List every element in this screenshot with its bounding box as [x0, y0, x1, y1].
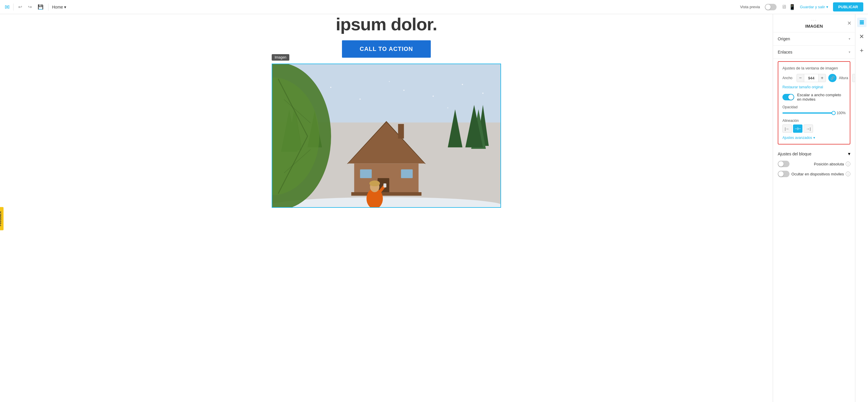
altura-group: − 630 +: [852, 74, 855, 82]
align-row: |← ⊣⊢ →|: [782, 124, 846, 133]
panel-header: ··· IMAGEN ✕: [773, 14, 855, 32]
page-selector[interactable]: Home ▾: [52, 5, 66, 9]
topbar-right: Vista previa 🖥 📱 Guardar y salir ▾ PUBLI…: [740, 2, 863, 11]
divider: [13, 3, 13, 10]
link-proportional-icon[interactable]: 🔗: [828, 74, 837, 82]
svg-point-29: [433, 96, 434, 97]
posicion-toggle[interactable]: [778, 161, 789, 167]
enlaces-label: Enlaces: [778, 50, 793, 54]
origen-header[interactable]: Origen ▾: [778, 36, 850, 41]
right-panel: ··· IMAGEN ✕ Origen ▾ Enlaces ▾ Ajustes …: [773, 14, 855, 402]
alignment-section: Alineación |← ⊣⊢ →|: [782, 119, 846, 133]
redo-button[interactable]: ↪: [27, 3, 33, 11]
svg-point-30: [462, 84, 463, 85]
mobile-icon[interactable]: 📱: [789, 4, 795, 10]
svg-point-34: [482, 93, 484, 94]
origen-label: Origen: [778, 36, 790, 41]
image-settings-title: Ajustes de la ventana de imagen: [782, 66, 846, 70]
ancho-group: − 944 +: [797, 74, 826, 82]
dimension-row: Ancho − 944 + 🔗 Altura − 630 +: [782, 74, 846, 82]
logo-icon: ✉: [5, 3, 10, 10]
feedback-tab[interactable]: Feedback: [0, 207, 3, 230]
opacity-slider-row: 100%: [782, 111, 846, 115]
ocultar-label: Ocultar en dispositivos móviles i: [792, 172, 850, 176]
svg-point-21: [369, 180, 380, 186]
layers-icon[interactable]: [857, 18, 867, 27]
panel-close-button[interactable]: ✕: [847, 20, 851, 27]
svg-rect-23: [383, 183, 386, 188]
ocultar-info-icon[interactable]: i: [846, 172, 850, 176]
page-chevron: ▾: [64, 5, 66, 9]
leaf-overlay: [272, 64, 331, 207]
ancho-plus-button[interactable]: +: [818, 74, 826, 82]
block-settings-title: Ajustes del bloque: [778, 151, 811, 156]
topbar: ✉ ↩ ↪ 💾 Home ▾ Vista previa 🖥 📱 Guardar …: [0, 0, 868, 14]
svg-rect-41: [860, 20, 864, 22]
snow-scene: [272, 64, 500, 207]
publicar-button[interactable]: PUBLICAR: [833, 2, 863, 11]
hero-text: ipsum dolor.: [336, 14, 437, 34]
opacity-label: Opacidad: [782, 105, 846, 109]
altura-minus-button[interactable]: −: [852, 74, 855, 82]
svg-rect-14: [401, 169, 413, 178]
svg-rect-16: [398, 124, 404, 139]
drag-handle[interactable]: ···: [811, 18, 817, 23]
image-block[interactable]: [272, 63, 501, 208]
svg-rect-13: [360, 169, 372, 178]
ocultar-row: Ocultar en dispositivos móviles i: [778, 171, 850, 177]
opacity-thumb[interactable]: [832, 111, 836, 115]
page-content: ipsum dolor. CALL TO ACTION Imagen: [0, 14, 773, 402]
align-right-button[interactable]: →|: [804, 124, 813, 133]
guardar-button[interactable]: Guardar y salir ▾: [800, 5, 828, 9]
add-icon[interactable]: +: [857, 46, 867, 55]
block-settings-chevron: ▾: [848, 151, 850, 156]
enlaces-chevron: ▾: [848, 50, 850, 54]
restore-link[interactable]: Restaurar tamaño original: [782, 85, 846, 89]
save-icon-button[interactable]: 💾: [36, 3, 45, 11]
device-icons: 🖥 📱: [781, 4, 795, 10]
enlaces-section: Enlaces ▾: [773, 46, 855, 59]
align-left-button[interactable]: |←: [782, 124, 792, 133]
ancho-minus-button[interactable]: −: [797, 74, 804, 82]
opacity-slider[interactable]: [782, 112, 834, 114]
page-name: Home: [52, 5, 63, 9]
opacity-fill: [782, 112, 834, 114]
ocultar-toggle[interactable]: [778, 171, 789, 177]
enlaces-header[interactable]: Enlaces ▾: [778, 50, 850, 54]
block-settings-header[interactable]: Ajustes del bloque ▾: [778, 151, 850, 156]
main-layout: ipsum dolor. CALL TO ACTION Imagen: [0, 14, 868, 402]
ancho-value: 944: [804, 74, 818, 82]
desktop-icon[interactable]: 🖥: [781, 4, 786, 10]
svg-rect-42: [860, 22, 864, 23]
origen-section: Origen ▾: [773, 32, 855, 46]
align-label: Alineación: [782, 119, 846, 123]
svg-rect-43: [860, 23, 864, 24]
align-center-button[interactable]: ⊣⊢: [793, 124, 802, 133]
altura-label: Altura: [839, 76, 848, 80]
image-label: Imagen: [272, 54, 289, 61]
panel-title: IMAGEN: [805, 24, 823, 29]
divider2: [48, 3, 49, 10]
advanced-link[interactable]: Ajustes avanzados ▾: [782, 136, 846, 140]
svg-point-28: [403, 90, 405, 91]
svg-point-32: [389, 81, 390, 82]
svg-rect-17: [351, 192, 422, 196]
scale-toggle-row: Escalar a ancho completo en móviles: [782, 93, 846, 102]
scale-toggle[interactable]: [782, 94, 794, 100]
posicion-info-icon[interactable]: i: [846, 162, 850, 166]
ancho-label: Ancho: [782, 76, 793, 80]
advanced-link-container: Ajustes avanzados ▾: [782, 136, 846, 140]
far-right-strip: ✕ +: [855, 14, 868, 402]
posicion-row: Posición absoluta i: [778, 161, 850, 167]
vista-previa-label: Vista previa: [740, 5, 760, 9]
feedback-tab-container: Feedback: [0, 218, 23, 225]
close-right-icon[interactable]: ✕: [857, 32, 867, 41]
vista-previa-toggle[interactable]: [765, 4, 777, 10]
image-block-container: Imagen: [272, 63, 501, 208]
opacity-value: 100%: [836, 111, 846, 115]
cta-button[interactable]: CALL TO ACTION: [342, 40, 431, 58]
origen-chevron: ▾: [848, 37, 850, 41]
canvas: ipsum dolor. CALL TO ACTION Imagen: [0, 14, 773, 402]
undo-button[interactable]: ↩: [17, 3, 23, 11]
opacity-row: Opacidad 100%: [782, 105, 846, 115]
